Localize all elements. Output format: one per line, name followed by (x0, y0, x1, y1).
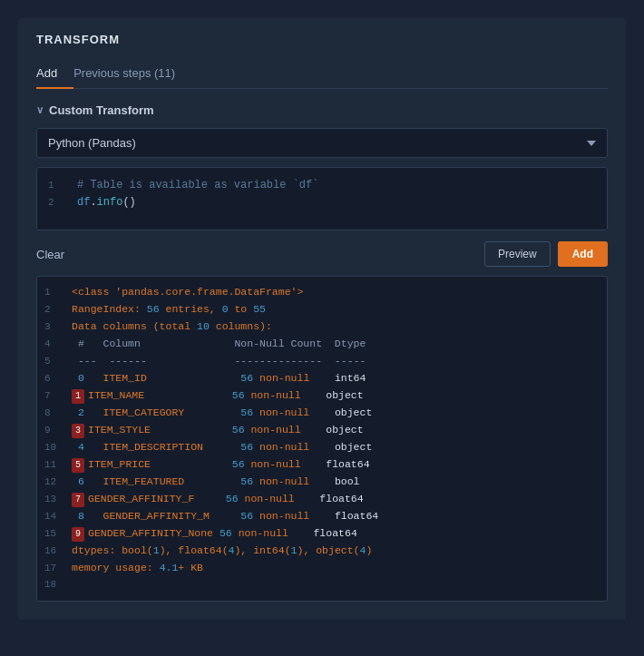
code-editor[interactable]: 1 # Table is available as variable `df` … (36, 167, 608, 230)
section-label: Custom Transform (49, 103, 154, 117)
output-line-2: 2 RangeIndex: 56 entries, 0 to 55 (37, 301, 607, 318)
output-line-5: 5 --- ------ -------------- ----- (37, 353, 607, 370)
output-line-12: 12 6 ITEM_FEATURED 56 non-null bool (37, 474, 607, 491)
tab-add[interactable]: Add (36, 59, 73, 89)
output-line-3: 3 Data columns (total 10 columns): (37, 318, 607, 336)
output-line-13: 13 7GENDER_AFFINITY_F 56 non-null float6… (37, 491, 607, 508)
button-group: Preview Add (484, 241, 608, 267)
line-number: 1 (48, 177, 66, 194)
chevron-icon: ∨ (36, 104, 44, 116)
section-custom-transform[interactable]: ∨ Custom Transform (36, 103, 608, 117)
panel-title: TRANSFORM (36, 33, 608, 46)
tab-bar: Add Previous steps (11) (36, 59, 608, 89)
language-dropdown-row: Python (Pandas) (36, 128, 608, 158)
output-line-6: 6 0 ITEM_ID 56 non-null int64 (37, 370, 607, 387)
add-button[interactable]: Add (558, 241, 608, 267)
line-number: 2 (48, 194, 66, 211)
code-func: info (97, 196, 123, 209)
output-line-7: 7 1ITEM_NAME 56 non-null object (37, 387, 607, 405)
code-line-1: 1 # Table is available as variable `df` (37, 177, 607, 194)
output-panel: 1 <class 'pandas.core.frame.DataFrame'> … (36, 276, 608, 602)
output-line-11: 11 5ITEM_PRICE 56 non-null float64 (37, 456, 607, 474)
dropdown-value: Python (Pandas) (48, 136, 136, 150)
output-line-18: 18 (37, 576, 607, 593)
output-line-8: 8 2 ITEM_CATEGORY 56 non-null object (37, 405, 607, 422)
clear-button[interactable]: Clear (36, 244, 64, 265)
code-comment: # Table is available as variable `df` (77, 177, 318, 194)
output-line-4: 4 # Column Non-Null Count Dtype (37, 336, 607, 353)
output-line-14: 14 8 GENDER_AFFINITY_M 56 non-null float… (37, 508, 607, 525)
chevron-down-icon (587, 141, 596, 146)
transform-panel: TRANSFORM Add Previous steps (11) ∨ Cust… (18, 18, 626, 620)
output-line-10: 10 4 ITEM_DESCRIPTION 56 non-null object (37, 439, 607, 456)
code-line-2: 2 df.info() (37, 194, 607, 211)
actions-row: Clear Preview Add (36, 241, 608, 267)
output-line-1: 1 <class 'pandas.core.frame.DataFrame'> (37, 284, 607, 301)
tab-previous-steps[interactable]: Previous steps (11) (73, 59, 191, 89)
code-obj: df (77, 196, 90, 209)
output-line-9: 9 3ITEM_STYLE 56 non-null object (37, 422, 607, 439)
language-dropdown[interactable]: Python (Pandas) (36, 128, 608, 158)
output-line-15: 15 9GENDER_AFFINITY_None 56 non-null flo… (37, 525, 607, 543)
code-text: df.info() (77, 194, 136, 211)
preview-button[interactable]: Preview (484, 241, 551, 267)
output-line-16: 16 dtypes: bool(1), float64(4), int64(1)… (37, 543, 607, 560)
output-line-17: 17 memory usage: 4.1+ KB (37, 560, 607, 577)
